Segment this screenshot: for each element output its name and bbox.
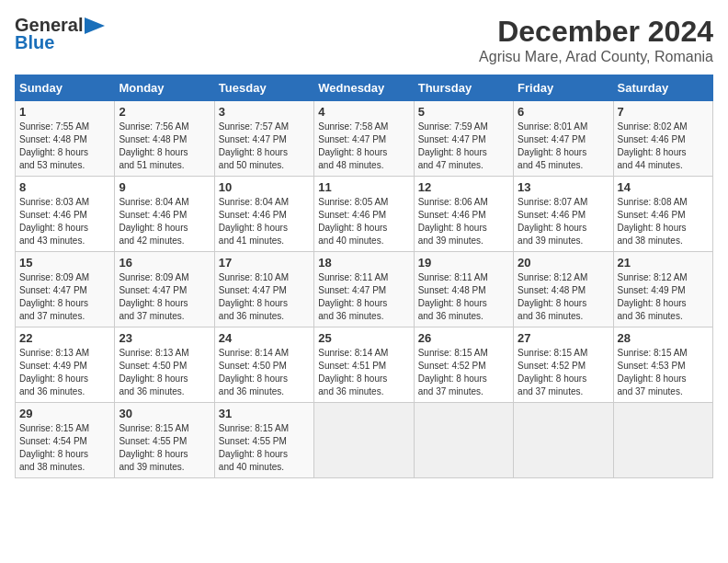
calendar-week-4: 22Sunrise: 8:13 AM Sunset: 4:49 PM Dayli…	[16, 327, 713, 403]
day-number: 20	[518, 256, 609, 270]
cell-sun-info: Sunrise: 8:05 AM Sunset: 4:46 PM Dayligh…	[318, 196, 409, 247]
day-header-sunday: Sunday	[16, 75, 115, 101]
cell-sun-info: Sunrise: 8:10 AM Sunset: 4:47 PM Dayligh…	[219, 271, 310, 323]
calendar-cell: 10Sunrise: 8:04 AM Sunset: 4:46 PM Dayli…	[214, 177, 313, 252]
calendar-cell: 23Sunrise: 8:13 AM Sunset: 4:50 PM Dayli…	[115, 327, 214, 403]
cell-sun-info: Sunrise: 7:57 AM Sunset: 4:47 PM Dayligh…	[219, 121, 310, 172]
day-number: 26	[418, 331, 509, 345]
cell-sun-info: Sunrise: 8:07 AM Sunset: 4:46 PM Dayligh…	[518, 196, 609, 247]
day-number: 30	[119, 407, 210, 420]
day-header-thursday: Thursday	[414, 75, 513, 101]
calendar-cell: 27Sunrise: 8:15 AM Sunset: 4:52 PM Dayli…	[514, 327, 613, 403]
calendar-cell: 24Sunrise: 8:14 AM Sunset: 4:50 PM Dayli…	[214, 327, 313, 403]
day-header-friday: Friday	[514, 75, 613, 101]
cell-sun-info: Sunrise: 8:13 AM Sunset: 4:49 PM Dayligh…	[19, 347, 110, 398]
cell-sun-info: Sunrise: 8:06 AM Sunset: 4:46 PM Dayligh…	[418, 196, 509, 247]
calendar-cell: 3Sunrise: 7:57 AM Sunset: 4:47 PM Daylig…	[214, 101, 313, 177]
cell-sun-info: Sunrise: 8:04 AM Sunset: 4:46 PM Dayligh…	[119, 196, 210, 247]
calendar-cell: 15Sunrise: 8:09 AM Sunset: 4:47 PM Dayli…	[16, 252, 115, 327]
calendar-week-5: 29Sunrise: 8:15 AM Sunset: 4:54 PM Dayli…	[16, 403, 713, 478]
calendar-cell: 31Sunrise: 8:15 AM Sunset: 4:55 PM Dayli…	[214, 403, 313, 478]
calendar-cell: 2Sunrise: 7:56 AM Sunset: 4:48 PM Daylig…	[115, 101, 214, 177]
cell-sun-info: Sunrise: 8:12 AM Sunset: 4:49 PM Dayligh…	[618, 271, 709, 323]
cell-sun-info: Sunrise: 7:55 AM Sunset: 4:48 PM Dayligh…	[19, 121, 110, 172]
calendar-cell: 14Sunrise: 8:08 AM Sunset: 4:46 PM Dayli…	[613, 177, 712, 252]
calendar-cell: 19Sunrise: 8:11 AM Sunset: 4:48 PM Dayli…	[414, 252, 513, 327]
day-number: 24	[219, 331, 310, 345]
day-number: 6	[518, 105, 609, 119]
calendar-cell: 21Sunrise: 8:12 AM Sunset: 4:49 PM Dayli…	[613, 252, 712, 327]
calendar-cell: 28Sunrise: 8:15 AM Sunset: 4:53 PM Dayli…	[613, 327, 712, 403]
day-header-tuesday: Tuesday	[214, 75, 313, 101]
day-header-saturday: Saturday	[613, 75, 712, 101]
cell-sun-info: Sunrise: 8:15 AM Sunset: 4:52 PM Dayligh…	[418, 347, 509, 398]
calendar-cell: 18Sunrise: 8:11 AM Sunset: 4:47 PM Dayli…	[314, 252, 414, 327]
cell-sun-info: Sunrise: 8:15 AM Sunset: 4:55 PM Dayligh…	[119, 422, 210, 474]
calendar-cell: 11Sunrise: 8:05 AM Sunset: 4:46 PM Dayli…	[314, 177, 414, 252]
calendar-cell: 9Sunrise: 8:04 AM Sunset: 4:46 PM Daylig…	[115, 177, 214, 252]
cell-sun-info: Sunrise: 8:12 AM Sunset: 4:48 PM Dayligh…	[518, 271, 609, 323]
day-number: 31	[219, 407, 310, 420]
cell-sun-info: Sunrise: 8:15 AM Sunset: 4:54 PM Dayligh…	[19, 422, 110, 474]
cell-sun-info: Sunrise: 8:02 AM Sunset: 4:46 PM Dayligh…	[618, 121, 709, 172]
page-subtitle: Agrisu Mare, Arad County, Romania	[479, 49, 713, 65]
day-number: 16	[119, 256, 210, 270]
calendar-cell: 29Sunrise: 8:15 AM Sunset: 4:54 PM Dayli…	[16, 403, 115, 478]
day-number: 22	[19, 331, 110, 345]
cell-sun-info: Sunrise: 8:15 AM Sunset: 4:52 PM Dayligh…	[518, 347, 609, 398]
day-number: 19	[418, 256, 509, 270]
calendar-week-1: 1Sunrise: 7:55 AM Sunset: 4:48 PM Daylig…	[16, 101, 713, 177]
calendar-cell: 1Sunrise: 7:55 AM Sunset: 4:48 PM Daylig…	[16, 101, 115, 177]
day-number: 21	[618, 256, 709, 270]
day-number: 5	[418, 105, 509, 119]
day-number: 23	[119, 331, 210, 345]
calendar-cell: 26Sunrise: 8:15 AM Sunset: 4:52 PM Dayli…	[414, 327, 513, 403]
page-title: December 2024	[479, 15, 713, 49]
calendar-cell: 17Sunrise: 8:10 AM Sunset: 4:47 PM Dayli…	[214, 252, 313, 327]
calendar-cell	[613, 403, 712, 478]
calendar-cell: 5Sunrise: 7:59 AM Sunset: 4:47 PM Daylig…	[414, 101, 513, 177]
svg-marker-0	[85, 17, 105, 34]
cell-sun-info: Sunrise: 8:03 AM Sunset: 4:46 PM Dayligh…	[19, 196, 110, 247]
day-number: 28	[618, 331, 709, 345]
day-number: 4	[318, 105, 409, 119]
cell-sun-info: Sunrise: 7:56 AM Sunset: 4:48 PM Dayligh…	[119, 121, 210, 172]
day-number: 17	[219, 256, 310, 270]
logo-arrow-icon	[85, 17, 105, 34]
title-block: December 2024 Agrisu Mare, Arad County, …	[479, 15, 713, 65]
calendar-cell: 22Sunrise: 8:13 AM Sunset: 4:49 PM Dayli…	[16, 327, 115, 403]
calendar-week-2: 8Sunrise: 8:03 AM Sunset: 4:46 PM Daylig…	[16, 177, 713, 252]
day-number: 27	[518, 331, 609, 345]
calendar-table: SundayMondayTuesdayWednesdayThursdayFrid…	[15, 75, 713, 478]
day-number: 29	[19, 407, 110, 420]
day-number: 8	[19, 180, 110, 194]
calendar-cell: 4Sunrise: 7:58 AM Sunset: 4:47 PM Daylig…	[314, 101, 414, 177]
cell-sun-info: Sunrise: 8:09 AM Sunset: 4:47 PM Dayligh…	[119, 271, 210, 323]
calendar-cell: 30Sunrise: 8:15 AM Sunset: 4:55 PM Dayli…	[115, 403, 214, 478]
calendar-cell	[314, 403, 414, 478]
day-number: 13	[518, 180, 609, 194]
calendar-cell	[514, 403, 613, 478]
cell-sun-info: Sunrise: 8:08 AM Sunset: 4:46 PM Dayligh…	[618, 196, 709, 247]
calendar-cell	[414, 403, 513, 478]
calendar-cell: 20Sunrise: 8:12 AM Sunset: 4:48 PM Dayli…	[514, 252, 613, 327]
day-number: 12	[418, 180, 509, 194]
cell-sun-info: Sunrise: 7:58 AM Sunset: 4:47 PM Dayligh…	[318, 121, 409, 172]
day-number: 25	[318, 331, 409, 345]
cell-sun-info: Sunrise: 7:59 AM Sunset: 4:47 PM Dayligh…	[418, 121, 509, 172]
calendar-cell: 16Sunrise: 8:09 AM Sunset: 4:47 PM Dayli…	[115, 252, 214, 327]
day-number: 10	[219, 180, 310, 194]
day-number: 2	[119, 105, 210, 119]
cell-sun-info: Sunrise: 8:04 AM Sunset: 4:46 PM Dayligh…	[219, 196, 310, 247]
cell-sun-info: Sunrise: 8:11 AM Sunset: 4:47 PM Dayligh…	[318, 271, 409, 323]
cell-sun-info: Sunrise: 8:09 AM Sunset: 4:47 PM Dayligh…	[19, 271, 110, 323]
day-header-wednesday: Wednesday	[314, 75, 414, 101]
day-number: 7	[618, 105, 709, 119]
logo: General Blue	[15, 15, 105, 53]
day-number: 14	[618, 180, 709, 194]
day-number: 9	[119, 180, 210, 194]
cell-sun-info: Sunrise: 8:01 AM Sunset: 4:47 PM Dayligh…	[518, 121, 609, 172]
cell-sun-info: Sunrise: 8:14 AM Sunset: 4:51 PM Dayligh…	[318, 347, 409, 398]
day-number: 15	[19, 256, 110, 270]
cell-sun-info: Sunrise: 8:13 AM Sunset: 4:50 PM Dayligh…	[119, 347, 210, 398]
